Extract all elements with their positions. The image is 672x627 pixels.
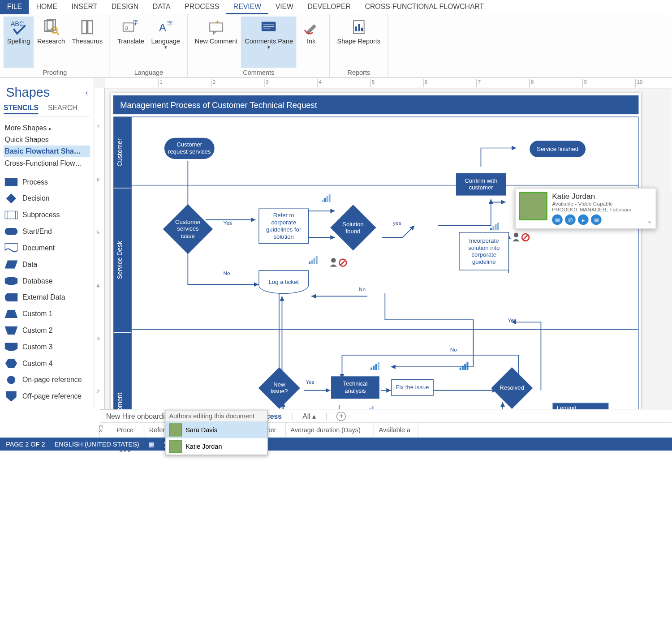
sheet-all[interactable]: All ▴ <box>302 412 316 420</box>
lane-servicedesk[interactable]: Service Desk <box>114 189 131 333</box>
svg-rect-22 <box>5 178 18 186</box>
lane-customer[interactable]: Customer <box>114 117 131 189</box>
language-group-label: Language <box>114 68 184 77</box>
horizontal-ruler: 12345678910 <box>105 78 672 89</box>
ink-button[interactable]: Ink <box>297 17 326 68</box>
col-avgdur[interactable]: Average duration (Days) <box>286 423 374 437</box>
databar-icon <box>490 222 499 233</box>
presence-role: PRODUCT MANAGER, Fabrikam <box>552 207 642 213</box>
status-macro-icon[interactable]: ▦ <box>149 440 155 448</box>
reports-group-label: Reports <box>334 68 384 77</box>
tab-insert[interactable]: INSERT <box>65 0 104 14</box>
chat-icon[interactable]: ✉ <box>591 215 602 225</box>
svg-rect-6 <box>88 21 93 34</box>
svg-text:ABC: ABC <box>10 20 24 27</box>
node-service-finished[interactable]: Service finished <box>530 141 586 157</box>
presence-card[interactable]: Katie Jordan Available - Video Capable P… <box>515 188 656 229</box>
thesaurus-button[interactable]: Thesaurus <box>69 17 106 68</box>
collapse-icon[interactable]: ‹ <box>86 88 88 96</box>
phone-icon[interactable]: ✆ <box>565 215 576 225</box>
presence-status: Available - Video Capable <box>552 201 642 206</box>
add-sheet-button[interactable]: + <box>336 412 346 421</box>
svg-rect-24 <box>5 211 18 219</box>
shape-custom4[interactable]: Custom 4 <box>4 355 90 372</box>
svg-rect-21 <box>361 28 363 31</box>
col-avail[interactable]: Available a <box>374 423 418 437</box>
shape-data[interactable]: Data <box>4 256 90 273</box>
canvas[interactable]: 12345678910 765432 Management Process of… <box>94 78 672 409</box>
search-tab[interactable]: SEARCH <box>48 103 78 114</box>
translate-button[interactable]: a字 Translate <box>114 17 148 68</box>
expand-icon[interactable]: ⌄ <box>647 217 652 225</box>
svg-rect-23 <box>6 193 16 203</box>
shape-document[interactable]: Document <box>4 240 90 256</box>
tab-review[interactable]: REVIEW <box>226 0 268 14</box>
svg-text:A: A <box>159 22 166 34</box>
tab-view[interactable]: VIEW <box>268 0 301 14</box>
tab-data[interactable]: DATA <box>146 0 177 14</box>
spelling-button[interactable]: ABC Spelling <box>4 17 34 68</box>
node-solfound[interactable]: Solution found <box>330 205 376 250</box>
status-page[interactable]: PAGE 2 OF 2 <box>6 441 45 448</box>
shape-onpageref[interactable]: On-page reference <box>4 372 90 388</box>
node-fix[interactable]: Fix the issue <box>391 379 434 396</box>
more-shapes-link[interactable]: More Shapes ▸ <box>4 122 90 133</box>
author-sara[interactable]: Sara Davis <box>166 422 267 438</box>
crossfunctional-link[interactable]: Cross-Functional Flow… <box>4 157 90 169</box>
edge-no: No <box>223 271 230 276</box>
svg-text:字: 字 <box>168 20 173 27</box>
node-confirm[interactable]: Confirm with customer <box>456 173 506 196</box>
edge-yes2: yes <box>393 220 401 226</box>
new-comment-button[interactable]: ✦ New Comment <box>191 17 241 68</box>
tab-home[interactable]: HOME <box>29 0 65 14</box>
edge-no2: No <box>359 286 366 292</box>
status-language[interactable]: ENGLISH (UNITED STATES) <box>55 441 139 448</box>
svg-rect-19 <box>355 26 357 31</box>
shape-custom2[interactable]: Custom 2 <box>4 322 90 339</box>
shape-decision[interactable]: Decision <box>4 190 90 207</box>
shape-custom3[interactable]: Custom 3 <box>4 339 90 355</box>
node-incorp[interactable]: Incorporate solution into corporate guid… <box>459 232 509 270</box>
svg-rect-5 <box>82 21 87 34</box>
databar-icon <box>322 194 331 205</box>
legend: Legend Average duration (Days) Max 1 Max… <box>552 403 608 409</box>
shape-subprocess[interactable]: Subprocess <box>4 207 90 223</box>
sheet-newhire[interactable]: New Hire onboarding <box>106 412 172 420</box>
research-button[interactable]: Research <box>34 17 69 68</box>
node-resolved[interactable]: Resolved <box>491 367 533 409</box>
tab-crossfunctional[interactable]: CROSS-FUNCTIONAL FLOWCHART <box>358 0 491 14</box>
col-proce[interactable]: Proce <box>112 423 144 437</box>
tab-developer[interactable]: DEVELOPER <box>301 0 358 14</box>
svg-text:字: 字 <box>133 19 138 26</box>
node-log[interactable]: Log a ticket <box>258 271 309 294</box>
tab-design[interactable]: DESIGN <box>104 0 146 14</box>
mail-icon[interactable]: ✉ <box>552 215 563 225</box>
vertical-ruler: 765432 <box>94 88 105 409</box>
node-techanal[interactable]: Technical analysis <box>331 376 379 399</box>
edge-yes3: Yes <box>508 318 517 323</box>
node-refer[interactable]: Refer to corporate guidelines for soluti… <box>258 209 309 244</box>
lane-itdev[interactable]: IT Development <box>114 333 131 409</box>
databar-icon <box>365 406 374 409</box>
shape-externaldata[interactable]: External Data <box>4 289 90 306</box>
node-request-services[interactable]: Customer request services <box>164 138 215 159</box>
basic-flowchart-link[interactable]: Basic Flowchart Sha… <box>4 146 90 157</box>
shape-custom1[interactable]: Custom 1 <box>4 305 90 322</box>
video-icon[interactable]: ▸ <box>578 215 589 225</box>
shape-database[interactable]: Database <box>4 273 90 289</box>
shape-offpageref[interactable]: Off-page reference <box>4 388 90 405</box>
node-newissue[interactable]: New issue? <box>258 367 300 409</box>
stencils-tab[interactable]: STENCILS <box>4 103 39 114</box>
node-csissue[interactable]: Customer services issue <box>163 204 213 254</box>
quick-shapes-link[interactable]: Quick Shapes <box>4 134 90 146</box>
author-katie[interactable]: Katie Jordan <box>166 438 267 455</box>
shape-process[interactable]: Process <box>4 174 90 190</box>
tab-process[interactable]: PROCESS <box>177 0 226 14</box>
shape-startend[interactable]: Start/End <box>4 223 90 240</box>
diagram-page[interactable]: Management Process of Customer Technical… <box>111 93 641 409</box>
shape-reports-button[interactable]: Shape Reports <box>334 17 384 68</box>
language-button[interactable]: A字 Language▾ <box>148 17 184 68</box>
tab-file[interactable]: FILE <box>0 0 29 14</box>
comments-pane-button[interactable]: Comments Pane▾ <box>241 17 297 68</box>
databar-icon <box>309 256 318 266</box>
